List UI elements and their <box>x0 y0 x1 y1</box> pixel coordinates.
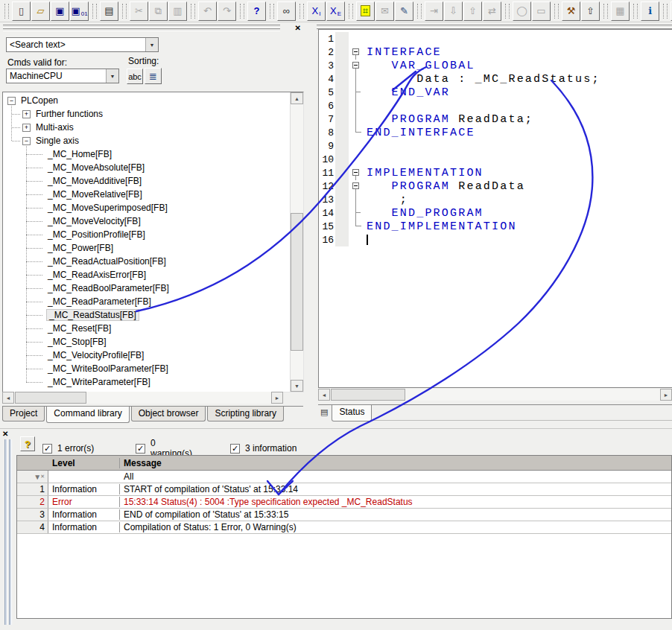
print-icon[interactable]: ▤ <box>100 1 118 21</box>
tree-item[interactable]: _MC_ReadAxisError[FB] <box>3 268 290 281</box>
toolbar-grip[interactable] <box>417 4 422 19</box>
paste-icon[interactable]: ▥ <box>168 1 187 21</box>
toolbar-grip[interactable] <box>4 4 9 19</box>
tree-item[interactable]: _MC_MoveVelocity[FB] <box>3 214 290 228</box>
tree-item[interactable]: +Technology <box>3 389 290 392</box>
cut-icon[interactable]: ✂ <box>130 1 148 21</box>
dropdown-icon[interactable]: ▼ <box>106 69 118 83</box>
fold-gutter[interactable] <box>349 45 365 59</box>
toolbar-grip[interactable] <box>663 4 668 19</box>
scroll-right-icon[interactable]: ► <box>271 392 283 404</box>
checkbox[interactable]: ✓ <box>42 444 52 454</box>
stop-target-icon[interactable]: ◯ <box>513 1 531 21</box>
tree-item[interactable]: _MC_WriteParameter[FB] <box>3 375 290 389</box>
table-row[interactable]: 3InformationEND of compilation of 'Statu… <box>17 509 671 521</box>
tree-horizontal-scrollbar[interactable]: ◄ ► <box>2 392 283 404</box>
edit-network-icon[interactable]: ✎ <box>395 1 413 21</box>
tree-item[interactable]: _MC_ReadActualPosition[FB] <box>3 255 290 268</box>
table-row[interactable]: 1InformationSTART of compilation of 'Sta… <box>17 483 671 496</box>
fold-collapse-icon[interactable] <box>352 169 359 176</box>
save-icon[interactable]: ▣ <box>51 1 69 21</box>
scrollbar-thumb[interactable] <box>331 389 405 401</box>
cpu-combo[interactable]: MachineCPU ▼ <box>6 69 119 83</box>
tree-item[interactable]: +Further functions <box>3 107 290 121</box>
table-row[interactable]: ▼✕All <box>17 471 671 483</box>
scrollbar-thumb[interactable] <box>291 213 303 351</box>
insert-input-icon[interactable]: XI <box>307 1 326 21</box>
expand-icon[interactable]: + <box>7 392 16 392</box>
toolbar-grip[interactable] <box>505 4 510 19</box>
watch-table-icon[interactable]: ▦ <box>611 1 630 21</box>
checkbox[interactable]: ✓ <box>230 444 240 454</box>
scroll-left-icon[interactable]: ◄ <box>2 392 14 404</box>
tree-item[interactable]: −Single axis <box>3 134 290 147</box>
close-icon[interactable]: ✕ <box>295 25 301 32</box>
collapse-icon[interactable]: − <box>7 97 16 105</box>
scroll-up-icon[interactable]: ▲ <box>291 92 303 104</box>
sort-order-button[interactable]: ≣ <box>145 68 162 84</box>
receive-mail-icon[interactable]: ✉ <box>375 1 394 21</box>
toolbar-grip[interactable] <box>603 4 608 19</box>
fold-gutter[interactable] <box>349 166 365 179</box>
tree-item[interactable]: _MC_VelocityProfile[FB] <box>3 349 290 362</box>
tree-item[interactable]: _MC_ReadParameter[FB] <box>3 295 290 308</box>
checkbox[interactable]: ✓ <box>136 444 145 454</box>
tree-vertical-scrollbar[interactable]: ▲ ▼ <box>290 92 303 392</box>
help-button[interactable]: ? <box>20 436 35 451</box>
tree-item[interactable]: _MC_MoveSuperimposed[FB] <box>3 201 290 214</box>
tree-item[interactable]: _MC_MoveRelative[FB] <box>3 188 290 201</box>
connect-target-icon[interactable]: ⇥ <box>425 1 443 21</box>
fold-collapse-icon[interactable] <box>352 182 359 189</box>
device-diagnostics-icon[interactable]: ℹ <box>641 1 659 21</box>
copy-ram-rom-icon[interactable]: ⇄ <box>483 1 501 21</box>
fold-collapse-icon[interactable] <box>352 48 359 55</box>
tree-item[interactable]: _MC_WriteBoolParameter[FB] <box>3 362 290 375</box>
toolbar-grip[interactable] <box>299 4 304 19</box>
open-folder-icon[interactable]: ▱ <box>31 1 50 21</box>
fold-collapse-icon[interactable] <box>352 62 359 69</box>
fold-gutter[interactable] <box>349 179 365 193</box>
tree-item[interactable]: _MC_Reset[FB] <box>3 322 290 335</box>
link-icon[interactable]: ∞ <box>277 1 296 21</box>
st-code-editor[interactable]: 12INTERFACE3 VAR_GLOBAL4 Data : _MC_Read… <box>318 29 672 388</box>
tree-item[interactable]: _MC_MoveAdditive[FB] <box>3 174 290 188</box>
upload-icon[interactable]: ⇧ <box>463 1 482 21</box>
tab-scripting-library[interactable]: Scripting library <box>207 407 284 421</box>
command-tree[interactable]: −PLCopen+Further functions+Multi-axis−Si… <box>2 92 304 392</box>
toolbar-grip[interactable] <box>122 4 127 19</box>
load-to-file-system-icon[interactable]: ⇧ <box>581 1 600 21</box>
target-system-icon[interactable]: ⌗ <box>356 1 375 21</box>
tree-item[interactable]: _MC_Stop[FB] <box>3 335 290 349</box>
toolbar-grip[interactable] <box>270 4 274 19</box>
tab-object-browser[interactable]: Object browser <box>131 407 206 421</box>
tree-item[interactable]: _MC_MoveAbsolute[FB] <box>3 161 290 174</box>
scroll-right-icon[interactable]: ► <box>660 389 672 401</box>
copy-icon[interactable]: ⧉ <box>149 1 168 21</box>
toolbar-grip[interactable] <box>633 4 638 19</box>
new-file-icon[interactable]: ▯ <box>12 1 31 21</box>
save-all-icon[interactable]: ▣01 <box>70 1 89 21</box>
panel-grab-handle[interactable] <box>4 439 13 625</box>
expand-icon[interactable]: + <box>22 124 31 132</box>
tree-item[interactable]: _MC_ReadBoolParameter[FB] <box>3 281 290 295</box>
help-icon[interactable]: ? <box>247 1 266 21</box>
table-row[interactable]: 2Error15:33:14 Status(4) : 5004 :Type sp… <box>17 496 671 509</box>
search-combo[interactable]: <Search text> ▼ <box>6 37 159 52</box>
tree-item[interactable]: _MC_ReadStatus[FB] <box>3 308 290 322</box>
redo-icon[interactable]: ↷ <box>218 1 236 21</box>
download-icon[interactable]: ⇩ <box>444 1 463 21</box>
tab-command-library[interactable]: Command library <box>46 407 129 423</box>
insert-output-icon[interactable]: XE <box>326 1 345 21</box>
toolbar-grip[interactable] <box>349 4 353 19</box>
table-row[interactable]: 4InformationCompilation of Status: 1 Err… <box>17 521 671 534</box>
tab-status[interactable]: Status <box>332 405 372 421</box>
toolbar-grip[interactable] <box>240 4 244 19</box>
tab-project[interactable]: Project <box>2 407 45 421</box>
scroll-left-icon[interactable]: ◄ <box>318 389 330 401</box>
scrollbar-thumb[interactable] <box>15 392 86 404</box>
toolbar-grip[interactable] <box>191 4 195 19</box>
fold-gutter[interactable] <box>349 59 365 72</box>
scroll-down-icon[interactable]: ▼ <box>291 380 303 392</box>
tree-item[interactable]: _MC_Home[FB] <box>3 147 290 161</box>
tree-item[interactable]: −PLCopen <box>3 94 290 107</box>
